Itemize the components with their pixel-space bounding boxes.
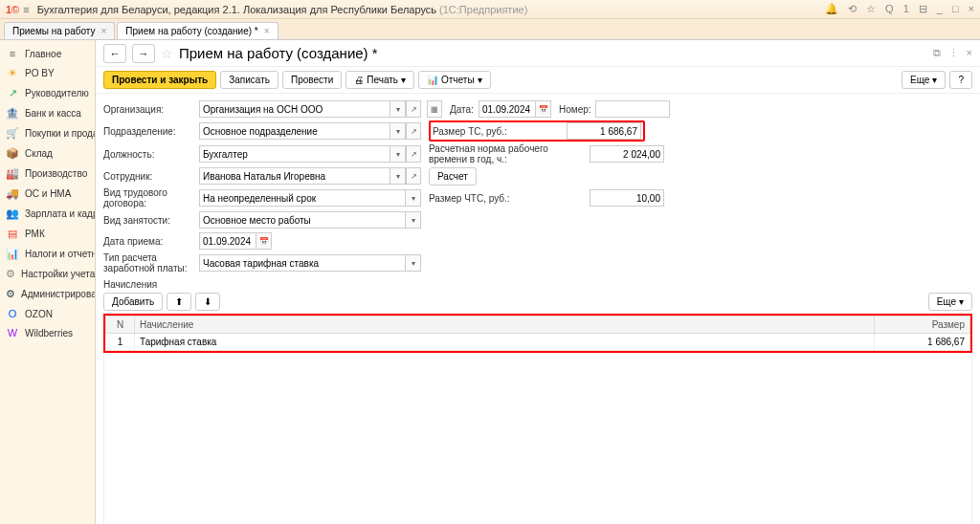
position-field[interactable] (199, 145, 390, 163)
close-icon[interactable]: × (969, 3, 974, 15)
sidebar-item-label: Wildberries (25, 328, 73, 338)
sidebar-item-11[interactable]: ⚙Настройки учета (0, 264, 95, 284)
sidebar-item-label: Покупки и продажи (25, 128, 96, 139)
open-icon[interactable]: ↗ (406, 167, 421, 185)
close-icon[interactable]: × (264, 26, 270, 36)
open-icon[interactable]: ↗ (406, 122, 421, 140)
sidebar-item-10[interactable]: 📊Налоги и отчетность (0, 244, 95, 264)
emptype-field[interactable] (199, 211, 406, 229)
back-button[interactable]: ← (103, 44, 126, 63)
dropdown-icon[interactable]: ▾ (390, 122, 406, 140)
sidebar-item-label: Настройки учета (21, 269, 95, 279)
post-button[interactable]: Провести (282, 71, 342, 89)
list-icon[interactable]: ▦ (427, 100, 442, 118)
ts-label: Размер ТС, руб.: (433, 126, 567, 137)
favorite-icon[interactable]: ☆ (161, 46, 173, 61)
sidebar-item-label: Налоги и отчетность (25, 249, 96, 259)
minimize-icon[interactable]: _ (937, 3, 943, 15)
kebab-icon[interactable]: ⋮ (948, 47, 959, 59)
hiredate-label: Дата приема: (103, 236, 199, 247)
sidebar-item-label: Зарплата и кадры (25, 208, 96, 219)
table-empty-space[interactable] (103, 353, 972, 524)
dropdown-icon[interactable]: ▾ (390, 100, 406, 118)
calendar-icon[interactable]: 📅 (536, 100, 551, 118)
dropdown-icon[interactable]: ▾ (406, 189, 421, 207)
sidebar: ≡Главное☀PO BY↗Руководителю🏦Банк и касса… (0, 40, 96, 524)
col-name[interactable]: Начисление (135, 317, 875, 334)
calc-button[interactable]: Расчет (429, 167, 477, 186)
user-icon[interactable]: 1 (903, 3, 909, 15)
menu-icon[interactable]: ≡ (23, 4, 29, 15)
ts-field[interactable] (567, 122, 641, 140)
sidebar-icon: 📦 (6, 147, 19, 160)
write-button[interactable]: Записать (220, 71, 278, 89)
dropdown-icon[interactable]: ▾ (406, 211, 421, 229)
contract-field[interactable] (199, 189, 406, 207)
sidebar-item-7[interactable]: 🚚ОС и НМА (0, 184, 95, 204)
sidebar-item-3[interactable]: 🏦Банк и касса (0, 103, 95, 123)
form-body: Организация: ▾ ↗ ▦ Дата: 📅 Номер: Подраз… (96, 94, 980, 524)
sidebar-item-6[interactable]: 🏭Производство (0, 164, 95, 184)
norm-field[interactable] (590, 145, 664, 163)
hiredate-field[interactable] (199, 232, 256, 250)
calendar-icon[interactable]: 📅 (256, 232, 272, 250)
more-button[interactable]: Еще ▾ (928, 293, 972, 311)
org-field[interactable] (199, 100, 390, 118)
sidebar-item-9[interactable]: ▤РМК (0, 224, 95, 244)
col-size[interactable]: Размер (875, 317, 970, 334)
col-n[interactable]: N (106, 317, 135, 334)
open-icon[interactable]: ↗ (406, 145, 421, 163)
close-icon[interactable]: × (100, 26, 106, 36)
dropdown-icon[interactable]: ▾ (390, 145, 406, 163)
employee-field[interactable] (199, 167, 390, 185)
paytype-field[interactable] (199, 254, 406, 272)
sidebar-item-0[interactable]: ≡Главное (0, 44, 95, 63)
bell-icon[interactable]: 🔔 (825, 3, 838, 15)
sidebar-icon: 🚚 (6, 187, 19, 200)
page-title: Прием на работу (создание) * (179, 45, 927, 61)
sidebar-item-5[interactable]: 📦Склад (0, 143, 95, 164)
sidebar-item-13[interactable]: OOZON (0, 304, 95, 323)
add-button[interactable]: Добавить (103, 293, 163, 311)
chts-field[interactable] (590, 189, 664, 207)
open-icon[interactable]: ↗ (406, 100, 421, 118)
tab-hiring-create[interactable]: Прием на работу (создание) * × (117, 22, 278, 39)
tab-label: Приемы на работу (12, 26, 95, 36)
post-close-button[interactable]: Провести и закрыть (103, 71, 216, 89)
number-label: Номер: (559, 104, 595, 115)
help-button[interactable]: ? (949, 71, 972, 89)
more-button[interactable]: Еще ▾ (902, 71, 946, 89)
star-icon[interactable]: ☆ (866, 3, 876, 15)
link-icon[interactable]: ⧉ (933, 47, 941, 59)
history-icon[interactable]: ⟲ (848, 3, 857, 15)
tab-hirings[interactable]: Приемы на работу × (4, 22, 115, 39)
sidebar-item-8[interactable]: 👥Зарплата и кадры (0, 204, 95, 224)
sidebar-item-1[interactable]: ☀PO BY (0, 63, 95, 83)
sidebar-item-14[interactable]: WWildberries (0, 323, 95, 342)
sidebar-item-12[interactable]: ⚙Администрирование (0, 284, 95, 304)
chts-label: Размер ЧТС, руб.: (429, 193, 590, 204)
sidebar-icon: 👥 (6, 207, 19, 220)
date-field[interactable] (479, 100, 536, 118)
sidebar-item-2[interactable]: ↗Руководителю (0, 83, 95, 103)
dept-field[interactable] (199, 122, 390, 140)
page-header: ← → ☆ Прием на работу (создание) * ⧉ ⋮ × (96, 40, 980, 67)
accruals-table[interactable]: N Начисление Размер 1 Тарифная ставка 1 … (105, 316, 970, 351)
sidebar-item-4[interactable]: 🛒Покупки и продажи (0, 123, 95, 143)
number-field[interactable] (595, 100, 670, 118)
forward-button[interactable]: → (132, 44, 155, 63)
dropdown-icon[interactable]: ▾ (406, 254, 421, 272)
reports-button[interactable]: 📊 Отчеты ▾ (418, 71, 491, 89)
close-icon[interactable]: × (967, 47, 972, 59)
sidebar-icon: O (6, 308, 19, 319)
table-row[interactable]: 1 Тарифная ставка 1 686,67 (106, 334, 970, 351)
print-button[interactable]: 🖨 Печать ▾ (345, 71, 414, 89)
settings-icon[interactable]: ⊟ (919, 3, 927, 15)
search-icon[interactable]: Q (885, 3, 894, 15)
maximize-icon[interactable]: □ (952, 3, 959, 15)
move-down-button[interactable]: ⬇ (195, 293, 220, 311)
dropdown-icon[interactable]: ▾ (390, 167, 406, 185)
sidebar-item-label: ОС и НМА (25, 188, 71, 199)
move-up-button[interactable]: ⬆ (167, 293, 191, 311)
accruals-table-wrap: N Начисление Размер 1 Тарифная ставка 1 … (103, 314, 972, 353)
